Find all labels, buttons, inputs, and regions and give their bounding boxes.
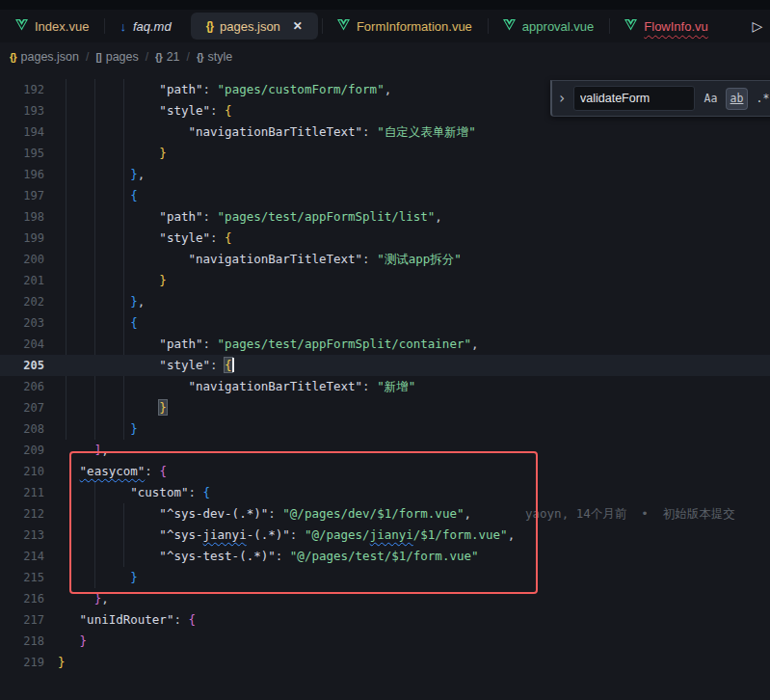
code-line-216[interactable]: 216 },	[0, 588, 770, 609]
vscode-window: Index.vue↓faq.md{}pages.json✕FormInforma…	[0, 0, 770, 700]
code-token: {	[188, 612, 196, 627]
line-number: 215	[0, 567, 44, 588]
code-token: :	[210, 103, 225, 118]
code-line-197[interactable]: 197 {	[0, 185, 770, 206]
vue-icon	[624, 19, 637, 31]
run-button[interactable]: ▷	[745, 18, 770, 34]
code-token: ,	[508, 527, 516, 542]
line-number: 209	[0, 440, 44, 461]
code-token: "navigationBarTitleText"	[188, 124, 362, 139]
code-line-215[interactable]: 215 }	[0, 567, 770, 588]
tab-faq-md[interactable]: ↓faq.md	[104, 13, 186, 40]
code-line-194[interactable]: 194 "navigationBarTitleText": "自定义表单新增"	[0, 121, 770, 143]
code-token: "navigationBarTitleText"	[188, 252, 362, 266]
line-content: "navigationBarTitleText": "自定义表单新增"	[58, 121, 476, 143]
whole-word-button[interactable]: ab	[727, 89, 747, 109]
code-line-206[interactable]: 206 "navigationBarTitleText": "新增"	[0, 376, 770, 397]
line-number: 194	[0, 121, 44, 143]
json-icon: {}	[206, 19, 213, 33]
code-editor[interactable]: 192 "path": "pages/customForm/form",193 …	[0, 71, 770, 700]
breadcrumb-separator: /	[146, 50, 148, 64]
tab-label: pages.json	[220, 19, 280, 34]
code-token: ,	[471, 337, 479, 351]
tab-pages-json[interactable]: {}pages.json✕	[191, 13, 318, 40]
find-input[interactable]	[573, 86, 695, 111]
code-token: "navigationBarTitleText"	[188, 379, 362, 393]
code-token: }	[80, 633, 88, 648]
breadcrumb-item-style[interactable]: {}style	[197, 50, 232, 64]
line-content: "path": "pages/test/appFormSplit/list",	[58, 206, 442, 228]
tab-label: FormInformation.vue	[357, 19, 472, 34]
code-line-213[interactable]: 213 "^sys-jianyi-(.*)": "@/pages/jianyi/…	[0, 525, 770, 546]
code-token: :	[188, 485, 202, 499]
toggle-replace-chevron-icon[interactable]: ›	[556, 90, 568, 107]
code-lines: 192 "path": "pages/customForm/form",193 …	[0, 71, 770, 673]
code-line-217[interactable]: 217 "uniIdRouter": {	[0, 609, 770, 631]
window-top-strip	[0, 0, 770, 10]
line-content: "path": "pages/customForm/form",	[58, 79, 391, 100]
code-token: :	[362, 379, 377, 393]
code-line-219[interactable]: 219}	[0, 652, 770, 673]
code-line-203[interactable]: 203 {	[0, 312, 770, 334]
code-line-200[interactable]: 200 "navigationBarTitleText": "测试app拆分"	[0, 249, 770, 270]
code-token: {	[130, 315, 138, 330]
breadcrumb-item-pages[interactable]: []pages	[95, 50, 138, 64]
vue-icon	[337, 19, 350, 34]
vue-icon	[503, 19, 516, 34]
code-line-208[interactable]: 208 }	[0, 418, 770, 440]
breadcrumb-item-pages-json[interactable]: {}pages.json	[10, 50, 79, 64]
tab-approval-vue[interactable]: approval.vue	[488, 13, 609, 40]
code-token: }	[130, 570, 138, 584]
code-line-209[interactable]: 209 ],	[0, 440, 770, 461]
code-line-202[interactable]: 202 },	[0, 291, 770, 312]
line-content: "path": "pages/test/appFormSplit/contain…	[58, 334, 479, 355]
whole-word-label: ab	[730, 92, 744, 105]
code-line-212[interactable]: 212 "^sys-dev-(.*)": "@/pages/dev/$1/for…	[0, 503, 770, 525]
code-token: "style"	[159, 103, 210, 118]
vue-icon	[624, 19, 637, 34]
line-content: }	[58, 631, 87, 652]
code-line-201[interactable]: 201 }	[0, 270, 770, 291]
match-case-button[interactable]: Aa	[701, 89, 721, 109]
vue-icon	[15, 19, 28, 31]
code-line-207[interactable]: 207 }	[0, 397, 770, 418]
line-number: 214	[0, 546, 44, 567]
code-token: :	[290, 527, 305, 542]
code-token: "^sys-test-(.*)"	[159, 549, 275, 563]
code-token: {	[225, 103, 232, 118]
code-line-196[interactable]: 196 },	[0, 164, 770, 185]
breadcrumb-label: pages	[106, 50, 139, 64]
code-line-211[interactable]: 211 "custom": {	[0, 482, 770, 503]
code-line-210[interactable]: 210 "easycom": {	[0, 461, 770, 482]
tab-flowinfo-vu[interactable]: FlowInfo.vu	[609, 13, 723, 40]
code-line-198[interactable]: 198 "path": "pages/test/appFormSplit/lis…	[0, 206, 770, 228]
code-token: "^sys-	[159, 527, 202, 542]
code-token: "easycom"	[80, 464, 146, 478]
code-token: jianyi	[370, 527, 413, 542]
object-icon: {}	[155, 51, 162, 63]
line-number: 212	[0, 503, 44, 525]
code-token: "测试app拆分"	[377, 252, 462, 266]
regex-button[interactable]: .*	[753, 89, 770, 109]
tab-forminformation-vue[interactable]: FormInformation.vue	[322, 13, 488, 40]
code-line-218[interactable]: 218 }	[0, 631, 770, 652]
line-number: 216	[0, 588, 44, 609]
code-line-199[interactable]: 199 "style": {	[0, 228, 770, 249]
tab-index-vue[interactable]: Index.vue	[0, 13, 104, 40]
code-token: "新增"	[377, 379, 415, 393]
line-number: 201	[0, 270, 44, 291]
close-icon[interactable]: ✕	[293, 19, 303, 33]
code-line-195[interactable]: 195 }	[0, 143, 770, 164]
code-line-205[interactable]: 205 "style": {	[0, 355, 770, 376]
markdown-icon: ↓	[119, 19, 126, 34]
line-number: 218	[0, 631, 44, 652]
line-content: "custom": {	[58, 482, 210, 503]
code-line-214[interactable]: 214 "^sys-test-(.*)": "@/pages/test/$1/f…	[0, 546, 770, 567]
code-token: /$1/form.vue"	[413, 527, 508, 542]
line-content: "style": {	[58, 228, 232, 249]
code-token: ,	[464, 506, 471, 521]
code-line-204[interactable]: 204 "path": "pages/test/appFormSplit/con…	[0, 334, 770, 355]
object-icon: {}	[10, 51, 16, 63]
breadcrumb-item-21[interactable]: {}21	[155, 50, 179, 64]
tab-label: faq.md	[133, 19, 172, 34]
